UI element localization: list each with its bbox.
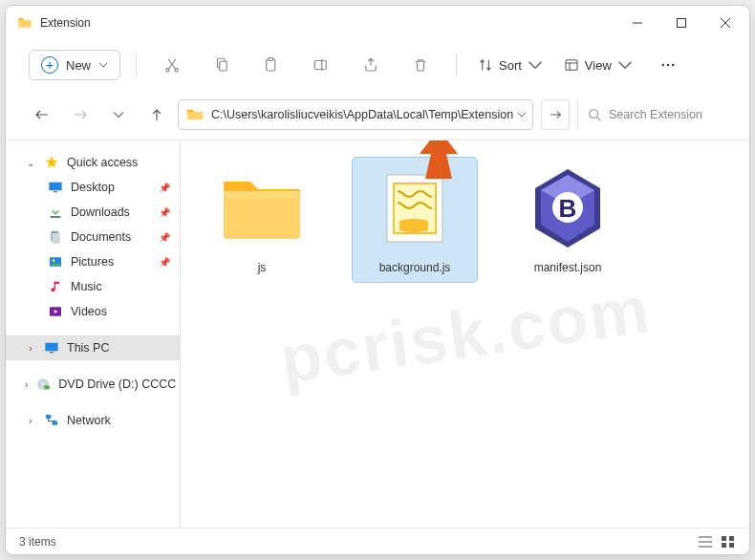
folder-icon [17, 15, 32, 31]
share-button[interactable] [351, 48, 391, 82]
view-icon [564, 57, 579, 73]
sidebar-quick-access[interactable]: ⌄ Quick access [6, 150, 180, 175]
svg-rect-17 [53, 233, 60, 244]
separator-icon [456, 53, 457, 77]
svg-rect-38 [729, 536, 734, 541]
download-icon [48, 205, 63, 220]
chevron-right-icon: › [25, 343, 36, 354]
svg-rect-14 [54, 191, 57, 192]
music-icon [48, 279, 63, 294]
svg-point-11 [672, 64, 674, 66]
sidebar-label: Quick access [67, 156, 138, 169]
refresh-button[interactable] [541, 99, 570, 130]
sidebar-item-network[interactable]: › Network [6, 408, 180, 433]
chevron-right-icon: › [25, 416, 36, 426]
file-item-folder[interactable]: js [200, 158, 324, 282]
svg-point-12 [590, 110, 598, 118]
file-item-jsfile[interactable]: background.js [353, 158, 477, 282]
more-button[interactable] [648, 48, 688, 82]
documents-icon [48, 229, 63, 245]
new-button-label: New [66, 58, 91, 73]
pin-icon: 📌 [159, 257, 170, 268]
main-area: ⌄ Quick access Desktop 📌 Downloads 📌 Doc… [6, 140, 749, 528]
svg-rect-24 [50, 352, 54, 353]
search-icon [588, 108, 601, 121]
sidebar-label: Downloads [71, 205, 130, 219]
view-toggle[interactable] [698, 535, 736, 549]
pictures-icon [48, 254, 63, 269]
cut-button[interactable] [152, 48, 192, 82]
sidebar-item-dvd[interactable]: › DVD Drive (D:) CCCC [6, 372, 180, 397]
new-button[interactable]: + New [29, 50, 120, 80]
close-button[interactable] [703, 8, 747, 38]
copy-button[interactable] [202, 48, 242, 82]
recent-button[interactable] [101, 101, 136, 128]
file-view[interactable]: js background.js [181, 140, 749, 528]
pin-icon: 📌 [159, 207, 170, 218]
monitor-icon [44, 340, 59, 355]
svg-point-26 [42, 383, 45, 386]
pin-icon: 📌 [159, 232, 170, 243]
sidebar-label: Pictures [71, 255, 114, 269]
details-view-icon [698, 535, 713, 549]
sort-button[interactable]: Sort [472, 57, 549, 73]
rename-button[interactable] [301, 48, 341, 82]
delete-button[interactable] [400, 48, 441, 82]
sidebar-item-videos[interactable]: Videos [6, 299, 180, 324]
svg-point-9 [661, 64, 663, 66]
status-text: 3 items [19, 535, 56, 549]
svg-rect-27 [45, 385, 50, 389]
script-file-icon [386, 174, 443, 243]
sidebar-item-desktop[interactable]: Desktop 📌 [6, 175, 180, 200]
chevron-down-icon: ⌄ [25, 158, 36, 168]
pin-icon: 📌 [159, 183, 170, 193]
chevron-down-icon[interactable] [517, 106, 527, 123]
plus-icon: + [41, 56, 58, 74]
json-file-icon: B [529, 167, 606, 249]
svg-point-19 [53, 259, 55, 262]
sidebar-label: Videos [71, 305, 107, 318]
svg-rect-28 [46, 415, 51, 419]
svg-rect-40 [729, 543, 734, 548]
search-placeholder: Search Extension [609, 108, 702, 121]
nav-pane: ⌄ Quick access Desktop 📌 Downloads 📌 Doc… [6, 140, 181, 528]
sidebar-item-this-pc[interactable]: › This PC [6, 335, 180, 360]
sidebar-label: Music [71, 280, 102, 293]
view-label: View [585, 58, 612, 73]
status-bar: 3 items [6, 528, 749, 554]
sort-label: Sort [499, 58, 522, 73]
sidebar-item-documents[interactable]: Documents 📌 [6, 225, 180, 249]
svg-rect-8 [566, 60, 577, 71]
up-button[interactable] [140, 101, 174, 128]
view-button[interactable]: View [558, 57, 638, 73]
search-input[interactable]: Search Extension [577, 99, 734, 130]
file-name: manifest.json [534, 261, 602, 274]
svg-rect-13 [49, 183, 61, 191]
sidebar-item-pictures[interactable]: Pictures 📌 [6, 249, 180, 274]
paste-button[interactable] [251, 48, 291, 82]
forward-button[interactable] [63, 101, 97, 128]
file-item-jsonfile[interactable]: B manifest.json [506, 158, 630, 282]
network-icon [44, 413, 59, 428]
maximize-button[interactable] [659, 8, 703, 38]
videos-icon [48, 304, 63, 319]
svg-point-1 [166, 69, 169, 72]
explorer-window: Extension + New Sort View [5, 5, 750, 555]
chevron-down-icon [98, 60, 108, 70]
address-bar[interactable]: C:\Users\karolisliucveikis\AppData\Local… [178, 99, 533, 130]
svg-rect-15 [51, 216, 61, 218]
sidebar-item-music[interactable]: Music [6, 274, 180, 299]
star-icon [44, 155, 59, 170]
back-button[interactable] [25, 101, 59, 128]
svg-text:B: B [559, 194, 577, 223]
minimize-button[interactable] [615, 8, 659, 38]
nav-row: C:\Users\karolisliucveikis\AppData\Local… [6, 96, 749, 140]
sidebar-item-downloads[interactable]: Downloads 📌 [6, 200, 180, 225]
svg-rect-4 [220, 61, 227, 71]
svg-rect-37 [722, 536, 726, 541]
svg-rect-0 [678, 19, 686, 28]
file-name: js [258, 261, 267, 274]
sidebar-label: This PC [67, 341, 109, 355]
icons-view-icon [721, 535, 736, 549]
folder-icon [186, 108, 204, 121]
